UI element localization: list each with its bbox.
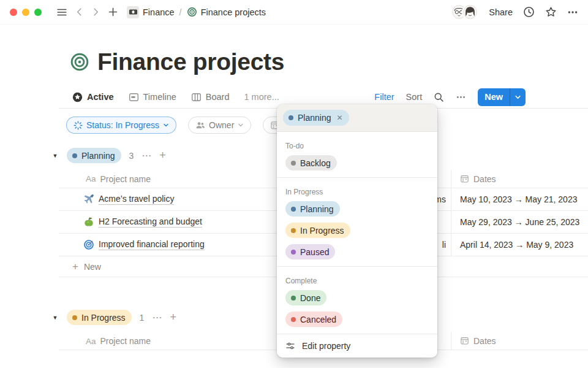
filter-button[interactable]: Filter [374, 92, 394, 102]
status-burst-icon [74, 121, 83, 130]
new-button-chevron-down-icon[interactable] [510, 88, 526, 106]
dates-cell[interactable]: May 29, 2023 → June 25, 2023 [460, 217, 579, 227]
sliders-icon [285, 341, 295, 351]
status-option-done[interactable]: Done [277, 287, 437, 309]
text-property-icon: Aa [86, 337, 96, 346]
group-add-row-icon[interactable]: + [170, 311, 176, 324]
dates-column-header[interactable]: Dates [473, 336, 496, 346]
close-window-button[interactable] [10, 9, 17, 16]
remove-tag-icon[interactable]: ✕ [337, 113, 343, 122]
status-dot [72, 153, 77, 158]
breadcrumb-root[interactable]: Finance [143, 7, 175, 17]
status-dot [291, 250, 296, 255]
tab-label: Board [206, 92, 230, 102]
zoom-window-button[interactable] [34, 9, 42, 16]
green-apple-emoji-icon [83, 217, 94, 228]
new-button-label[interactable]: New [478, 88, 510, 106]
hamburger-menu-icon[interactable] [56, 7, 67, 18]
status-option-in-progress[interactable]: In Progress [277, 220, 437, 241]
name-column-header[interactable]: Project name [100, 336, 151, 346]
status-option-backlog[interactable]: Backlog [277, 152, 437, 174]
group-status-tag[interactable]: In Progress [67, 310, 132, 325]
airplane-emoji-icon [83, 194, 94, 205]
status-dot [291, 161, 296, 166]
group-status-tag[interactable]: Planning [67, 148, 121, 163]
more-options-icon[interactable] [567, 7, 578, 18]
window-controls [10, 9, 42, 16]
edit-property-button[interactable]: Edit property [277, 334, 437, 358]
calendar-icon [460, 336, 469, 345]
status-dot [291, 228, 296, 233]
section-label: To-do [277, 134, 437, 152]
clock-history-icon[interactable] [523, 6, 535, 18]
name-column-header[interactable]: Project name [100, 174, 151, 184]
sort-button[interactable]: Sort [406, 92, 423, 102]
section-label: In Progress [277, 180, 437, 198]
group-count: 1 [140, 313, 145, 323]
selected-status-tag[interactable]: Planning ✕ [283, 110, 349, 126]
status-filter-chip[interactable]: Status: In Progress [66, 117, 176, 134]
status-option-canceled[interactable]: Canceled [277, 309, 437, 330]
favorite-star-icon[interactable] [545, 6, 557, 18]
tab-label: 1 more... [244, 92, 279, 102]
collapse-triangle-icon[interactable]: ▼ [51, 153, 59, 159]
project-name-link[interactable]: Improved financial reporting [99, 239, 205, 250]
breadcrumb-separator: / [179, 7, 182, 17]
window-titlebar: Finance / Finance projects Share [0, 0, 588, 25]
plus-icon: + [72, 261, 78, 273]
dropdown-selected-values: Planning ✕ [277, 104, 437, 132]
owner-filter-label: Owner [209, 120, 234, 130]
share-button[interactable]: Share [489, 7, 513, 17]
calendar-icon [460, 174, 469, 183]
new-button[interactable]: New [478, 88, 526, 106]
status-dot [291, 317, 296, 322]
group-options-dots-icon[interactable]: ⋯ [152, 312, 162, 323]
dates-cell[interactable]: May 10, 2023 → May 21, 2023 [460, 194, 577, 204]
section-label: Complete [277, 269, 437, 287]
status-dot [291, 296, 296, 301]
dates-cell[interactable]: April 14, 2023 → May 9, 2023 [460, 240, 573, 250]
nav-forward-icon[interactable] [91, 7, 100, 17]
page-title[interactable]: Finance projects [97, 48, 284, 75]
tab-active-view[interactable]: Active [72, 92, 114, 102]
timeline-icon [129, 92, 139, 102]
page-header: Finance projects [70, 48, 284, 75]
owner-filter-chip[interactable]: Owner [188, 117, 251, 134]
group-header-planning: ▼ Planning 3 ⋯ + [51, 148, 166, 163]
page-title-icon[interactable] [70, 52, 89, 72]
status-option-planning[interactable]: Planning [277, 198, 437, 220]
collapse-triangle-icon[interactable]: ▼ [51, 315, 59, 321]
minimize-window-button[interactable] [22, 9, 29, 16]
chevron-down-icon [163, 122, 169, 128]
status-filter-dropdown: Planning ✕ To-do Backlog In Progress Pla… [277, 104, 437, 358]
status-dot [72, 315, 77, 320]
dropdown-section-todo: To-do Backlog [277, 132, 437, 177]
tab-timeline-view[interactable]: Timeline [129, 92, 176, 102]
project-name-link[interactable]: H2 Forecasting and budget [99, 217, 202, 228]
status-filter-label: Status: In Progress [86, 120, 159, 130]
breadcrumb-current[interactable]: Finance projects [201, 7, 266, 17]
group-add-row-icon[interactable]: + [159, 149, 166, 162]
view-options-dots-icon[interactable] [456, 92, 466, 102]
avatar-user-2 [462, 4, 478, 20]
status-option-paused[interactable]: Paused [277, 241, 437, 263]
owner-cell-partial[interactable]: li [442, 240, 451, 250]
board-icon [191, 92, 202, 102]
tab-more-views[interactable]: 1 more... [244, 92, 279, 102]
search-icon[interactable] [434, 92, 444, 102]
star-badge-icon [72, 92, 83, 102]
text-property-icon: Aa [86, 174, 96, 183]
dates-column-header[interactable]: Dates [473, 174, 496, 184]
nav-back-icon[interactable] [75, 7, 84, 17]
tab-board-view[interactable]: Board [191, 92, 230, 102]
dropdown-section-in-progress: In Progress Planning In Progress Paused [277, 177, 437, 266]
tab-label: Active [87, 92, 114, 102]
project-name-link[interactable]: Acme’s travel policy [99, 194, 174, 205]
people-icon [195, 120, 205, 130]
group-options-dots-icon[interactable]: ⋯ [141, 150, 151, 161]
breadcrumb: Finance / Finance projects [127, 6, 266, 18]
tab-label: Timeline [143, 92, 176, 102]
filter-bar: Status: In Progress Owner [66, 117, 303, 134]
new-page-plus-icon[interactable] [108, 7, 118, 17]
collaborator-avatars[interactable] [451, 4, 478, 20]
